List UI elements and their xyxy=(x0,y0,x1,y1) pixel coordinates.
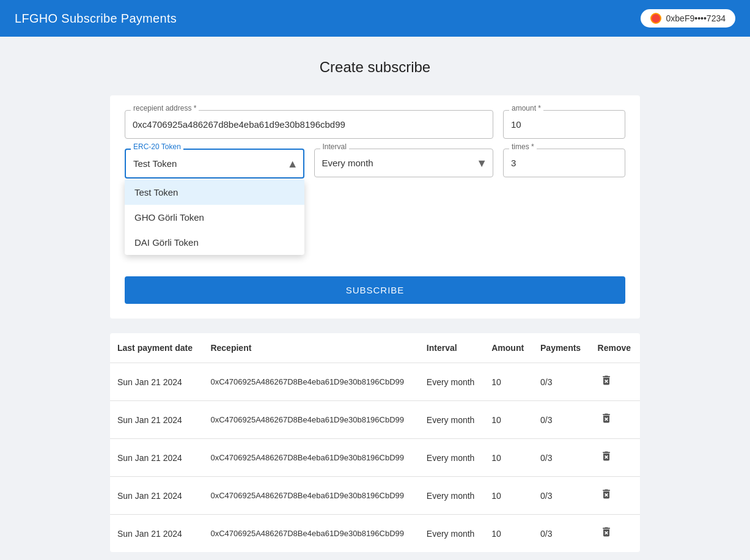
cell-remove-2 xyxy=(590,439,640,477)
col-header-remove: Remove xyxy=(590,333,640,363)
table-row: Sun Jan 21 2024 0xC4706925A486267D8Be4eb… xyxy=(110,515,640,553)
cell-payments-2: 0/3 xyxy=(533,439,590,477)
delete-button-2[interactable] xyxy=(598,448,615,468)
cell-amount-4: 10 xyxy=(484,515,533,553)
token-option-dai[interactable]: DAI Görli Token xyxy=(125,230,304,255)
col-header-date: Last payment date xyxy=(110,333,203,363)
times-field-group: times * xyxy=(503,149,625,179)
col-header-interval: Interval xyxy=(419,333,484,363)
times-label: times * xyxy=(509,142,537,151)
cell-interval-1: Every month xyxy=(419,401,484,439)
interval-select-wrapper: Every month Every week Every day ▼ xyxy=(314,149,494,177)
cell-payments-1: 0/3 xyxy=(533,401,590,439)
cell-remove-1 xyxy=(590,401,640,439)
cell-interval-2: Every month xyxy=(419,439,484,477)
col-header-amount: Amount xyxy=(484,333,533,363)
delete-button-1[interactable] xyxy=(598,410,615,430)
cell-amount-0: 10 xyxy=(484,363,533,401)
form-row-1: recepient address * amount * xyxy=(125,110,625,139)
create-subscribe-form: recepient address * amount * ERC-20 Toke… xyxy=(110,95,640,319)
interval-select[interactable]: Every month Every week Every day xyxy=(314,149,494,177)
cell-amount-1: 10 xyxy=(484,401,533,439)
cell-recipient-4: 0xC4706925A486267D8Be4eba61D9e30b8196CbD… xyxy=(203,515,419,553)
cell-remove-3 xyxy=(590,477,640,515)
cell-date-4: Sun Jan 21 2024 xyxy=(110,515,203,553)
col-header-payments: Payments xyxy=(533,333,590,363)
token-dropdown-list: Test Token GHO Görli Token DAI Görli Tok… xyxy=(125,180,304,255)
main-content: Create subscribe recepient address * amo… xyxy=(0,37,750,560)
cell-interval-3: Every month xyxy=(419,477,484,515)
table-row: Sun Jan 21 2024 0xC4706925A486267D8Be4eb… xyxy=(110,439,640,477)
cell-recipient-0: 0xC4706925A486267D8Be4eba61D9e30b8196CbD… xyxy=(203,363,419,401)
delete-button-4[interactable] xyxy=(598,523,615,543)
table-body: Sun Jan 21 2024 0xC4706925A486267D8Be4eb… xyxy=(110,363,640,553)
page-title: Create subscribe xyxy=(110,59,640,76)
recipient-field-group: recepient address * xyxy=(125,110,493,139)
amount-input[interactable] xyxy=(503,110,625,139)
token-selected-value: Test Token xyxy=(133,158,177,169)
table-header-row: Last payment date Recepient Interval Amo… xyxy=(110,333,640,363)
cell-payments-4: 0/3 xyxy=(533,515,590,553)
subscribe-button[interactable]: SUBSCRIBE xyxy=(125,276,625,304)
wallet-badge[interactable]: 0xbeF9••••7234 xyxy=(641,9,735,28)
subscribe-btn-wrapper: SUBSCRIBE xyxy=(125,276,625,304)
cell-date-1: Sun Jan 21 2024 xyxy=(110,401,203,439)
cell-recipient-3: 0xC4706925A486267D8Be4eba61D9e30b8196CbD… xyxy=(203,477,419,515)
table-row: Sun Jan 21 2024 0xC4706925A486267D8Be4eb… xyxy=(110,401,640,439)
delete-button-3[interactable] xyxy=(598,485,615,506)
app-header: LFGHO Subscribe Payments 0xbeF9••••7234 xyxy=(0,0,750,37)
cell-amount-2: 10 xyxy=(484,439,533,477)
wallet-avatar xyxy=(650,13,661,24)
recipient-input[interactable] xyxy=(125,110,493,139)
cell-remove-4 xyxy=(590,515,640,553)
cell-recipient-2: 0xC4706925A486267D8Be4eba61D9e30b8196CbD… xyxy=(203,439,419,477)
table-row: Sun Jan 21 2024 0xC4706925A486267D8Be4eb… xyxy=(110,363,640,401)
form-row-2: ERC-20 Token Test Token ▲ Test Token GHO… xyxy=(125,149,625,179)
subscriptions-table: Last payment date Recepient Interval Amo… xyxy=(110,333,640,552)
cell-remove-0 xyxy=(590,363,640,401)
col-header-recipient: Recepient xyxy=(203,333,419,363)
cell-date-0: Sun Jan 21 2024 xyxy=(110,363,203,401)
cell-amount-3: 10 xyxy=(484,477,533,515)
cell-date-2: Sun Jan 21 2024 xyxy=(110,439,203,477)
recipient-label: recepient address * xyxy=(131,104,199,112)
wallet-address: 0xbeF9••••7234 xyxy=(666,13,726,23)
cell-recipient-1: 0xC4706925A486267D8Be4eba61D9e30b8196CbD… xyxy=(203,401,419,439)
table-row: Sun Jan 21 2024 0xC4706925A486267D8Be4eb… xyxy=(110,477,640,515)
interval-label: Interval xyxy=(320,142,349,151)
delete-button-0[interactable] xyxy=(598,372,615,392)
cell-interval-4: Every month xyxy=(419,515,484,553)
cell-date-3: Sun Jan 21 2024 xyxy=(110,477,203,515)
amount-label: amount * xyxy=(509,104,543,112)
token-select-wrapper: Test Token ▲ xyxy=(125,149,304,179)
token-field-group: ERC-20 Token Test Token ▲ Test Token GHO… xyxy=(125,149,304,179)
cell-payments-0: 0/3 xyxy=(533,363,590,401)
cell-payments-3: 0/3 xyxy=(533,477,590,515)
token-option-test[interactable]: Test Token xyxy=(125,180,304,205)
token-option-gho[interactable]: GHO Görli Token xyxy=(125,205,304,230)
interval-field-group: Interval Every month Every week Every da… xyxy=(314,149,494,179)
token-select[interactable]: Test Token xyxy=(125,149,304,179)
amount-field-group: amount * xyxy=(503,110,625,139)
token-label: ERC-20 Token xyxy=(131,142,183,151)
cell-interval-0: Every month xyxy=(419,363,484,401)
subscriptions-table-section: Last payment date Recepient Interval Amo… xyxy=(110,333,640,552)
app-title: LFGHO Subscribe Payments xyxy=(15,12,177,26)
times-input[interactable] xyxy=(503,149,625,177)
